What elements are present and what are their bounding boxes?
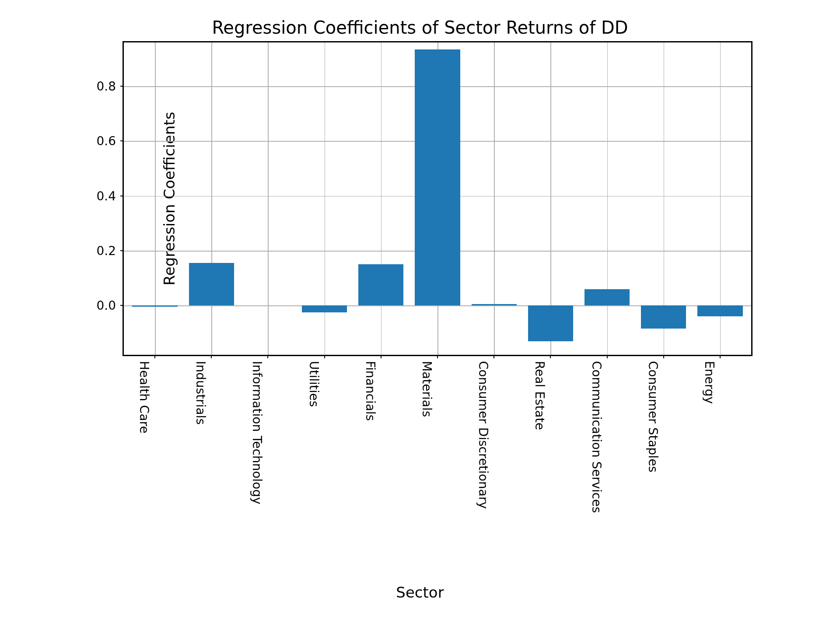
xtick-label: Consumer Staples [646,361,660,472]
ytick-label: 0.8 [96,79,124,94]
ytick-label: 0.0 [96,298,124,313]
gridline-v [381,42,382,355]
xtick-label: Information Technology [250,361,264,504]
xtick-mark [324,355,325,358]
ytick-label: 0.4 [96,189,124,203]
bar [189,263,234,305]
bar [472,304,517,305]
xtick-label: Materials [420,361,434,417]
bar [302,305,347,312]
gridline-v [155,42,156,355]
chart-title: Regression Coefficients of Sector Return… [70,18,770,38]
gridline-v [211,42,212,355]
xtick-mark [267,355,268,358]
xtick-label: Financials [363,361,378,421]
xtick-mark [550,355,551,358]
bar [697,305,742,316]
ytick-label: 0.6 [96,134,124,148]
ytick-label: 0.2 [96,244,124,258]
bar [641,305,686,329]
x-axis-label: Sector [396,584,444,601]
xtick-mark [720,355,721,358]
xtick-mark [607,355,608,358]
chart-container: Regression Coefficients of Sector Return… [70,18,770,604]
bar [528,305,573,341]
xtick-label: Industrials [193,361,208,425]
xtick-label: Real Estate [532,361,547,430]
xtick-mark [154,355,155,358]
xtick-mark [437,355,438,358]
xtick-label: Communication Services [589,361,604,513]
plot-outer: Regression Coefficients 0.00.20.40.60.8H… [70,41,770,356]
gridline-v [607,42,608,355]
xtick-mark [381,355,382,358]
bar [358,264,403,305]
bar [415,49,460,306]
plot-area: Regression Coefficients 0.00.20.40.60.8H… [122,41,752,356]
xtick-mark [211,355,212,358]
y-axis-label: Regression Coefficients [161,112,178,286]
xtick-label: Utilities [307,361,321,407]
xtick-label: Health Care [137,361,151,434]
xtick-label: Energy [702,361,717,404]
bar [584,289,630,306]
xtick-mark [494,355,494,358]
xtick-label: Consumer Discretionary [476,361,490,509]
gridline-v [268,42,269,355]
bar [132,305,177,307]
gridline-v [494,42,495,355]
xtick-mark [663,355,664,358]
